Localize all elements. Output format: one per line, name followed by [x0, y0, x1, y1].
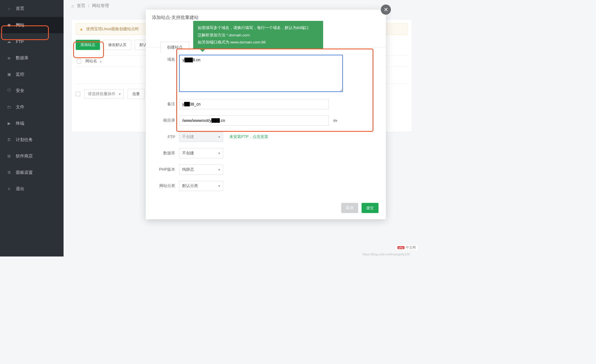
- breadcrumb-current: 网站管理: [92, 3, 109, 8]
- row-category: 网站分类 默认分类 ▼: [157, 181, 375, 191]
- side-label: 计划任务: [16, 137, 33, 142]
- side-item-cron[interactable]: 🗓 计划任务: [0, 131, 64, 148]
- home-icon: ⌂: [6, 6, 12, 11]
- warning-icon: ▲: [79, 27, 83, 31]
- side-label: 监控: [16, 72, 24, 77]
- folder-icon: 🗁: [333, 118, 337, 123]
- modal-content: 域名 备注 根目录 🗁 FTP 不创建: [146, 47, 386, 191]
- database-select[interactable]: 不创建 ▼: [179, 148, 223, 158]
- label-php: PHP版本: [157, 167, 179, 172]
- side-item-terminal[interactable]: ▶ 终端: [0, 115, 64, 131]
- warning-text: 使用宝塔Linux面板创建站点时: [86, 27, 139, 32]
- php-select[interactable]: 纯静态 ▼: [179, 165, 223, 175]
- gear-icon: ⚙: [6, 170, 12, 175]
- side-label: FTP: [16, 39, 24, 44]
- col-label: 网站名: [85, 59, 97, 63]
- tip-line: 如需填写多个域名，请换行填写，每行一个域名，默认为80端口: [198, 24, 319, 32]
- modal-tabs: 创建站点: [160, 42, 189, 53]
- tip-line: 如另加端口格式为 www.domain.com:88: [198, 39, 319, 46]
- side-item-logout[interactable]: ⎋ 退出: [0, 181, 64, 197]
- chevron-down-icon: ▼: [118, 93, 121, 96]
- batch-checkbox[interactable]: [76, 92, 80, 96]
- add-site-modal: ✕ 添加站点-支持批量建站 如需填写多个域名，请换行填写，每行一个域名，默认为8…: [146, 10, 386, 219]
- label-ftp: FTP: [157, 135, 179, 139]
- category-select-value: 默认分类: [182, 183, 198, 188]
- modify-default-button[interactable]: 修改默认页: [103, 40, 131, 50]
- side-label: 文件: [16, 104, 24, 110]
- label-category: 网站分类: [157, 183, 179, 188]
- select-all-checkbox[interactable]: [77, 59, 81, 63]
- batch-button[interactable]: 批量: [128, 89, 145, 99]
- side-item-appstore[interactable]: ⊞ 软件商店: [0, 148, 64, 164]
- browse-folder-button[interactable]: 🗁: [333, 118, 337, 123]
- label-remark: 备注: [157, 102, 179, 107]
- sidebar: ⌂ 首页 ⊕ 网站 ☁ FTP ≣ 数据库 ▣ 监控 ⛉ 安全 🗀 文件 ▶ 终…: [0, 0, 64, 256]
- cancel-button[interactable]: 取消: [341, 203, 358, 213]
- calendar-icon: 🗓: [6, 137, 12, 142]
- php-select-value: 纯静态: [182, 167, 194, 172]
- chevron-down-icon: ▼: [218, 152, 221, 155]
- side-item-security[interactable]: ⛉ 安全: [0, 82, 64, 99]
- root-input[interactable]: [179, 115, 329, 126]
- row-remark: 备注: [157, 99, 375, 109]
- side-label: 软件商店: [16, 154, 33, 159]
- folder-icon: 🗀: [6, 105, 12, 109]
- breadcrumb-home[interactable]: 首页: [77, 3, 85, 8]
- batch-select[interactable]: 请选择批量操作 ▼: [84, 89, 124, 99]
- side-label: 数据库: [16, 55, 29, 61]
- side-item-files[interactable]: 🗀 文件: [0, 99, 64, 115]
- side-label: 退出: [16, 186, 24, 192]
- database-icon: ≣: [6, 56, 12, 60]
- ftp-select-value: 不创建: [182, 134, 194, 139]
- row-domain: 域名: [157, 55, 375, 93]
- side-item-ftp[interactable]: ☁ FTP: [0, 33, 64, 50]
- close-button[interactable]: ✕: [381, 5, 391, 15]
- database-select-value: 不创建: [182, 151, 194, 156]
- side-item-settings[interactable]: ⚙ 面板设置: [0, 164, 64, 181]
- chevron-down-icon: ▼: [218, 135, 221, 139]
- row-database: 数据库 不创建 ▼: [157, 148, 375, 158]
- shield-icon: ⛉: [6, 88, 12, 93]
- side-label: 网站: [16, 23, 24, 28]
- terminal-icon: ▶: [6, 121, 12, 126]
- side-item-database[interactable]: ≣ 数据库: [0, 50, 64, 66]
- home-icon: ⌂: [71, 3, 74, 8]
- cloud-icon: ☁: [6, 39, 12, 44]
- ftp-install-link[interactable]: 未安装FTP，点击安装: [229, 134, 268, 139]
- remark-input[interactable]: [179, 99, 329, 109]
- label-root: 根目录: [157, 118, 179, 123]
- tab-create-site[interactable]: 创建站点: [160, 42, 189, 53]
- apps-icon: ⊞: [6, 154, 12, 158]
- close-icon: ✕: [384, 6, 388, 13]
- domain-tooltip: 如需填写多个域名，请换行填写，每行一个域名，默认为80端口 泛解析添加方法 *.…: [193, 21, 323, 49]
- sort-icon: ▲: [99, 60, 102, 63]
- col-site-name[interactable]: 网站名 ▲: [85, 59, 102, 64]
- category-select[interactable]: 默认分类 ▼: [179, 181, 223, 191]
- side-label: 面板设置: [16, 170, 33, 175]
- side-item-website[interactable]: ⊕ 网站: [0, 17, 64, 33]
- domain-textarea[interactable]: [179, 55, 343, 92]
- modal-footer: 取消 提交: [146, 197, 386, 213]
- row-php: PHP版本 纯静态 ▼: [157, 165, 375, 175]
- side-item-monitor[interactable]: ▣ 监控: [0, 66, 64, 82]
- monitor-icon: ▣: [6, 72, 12, 76]
- add-site-button[interactable]: 添加站点: [76, 40, 100, 50]
- tip-line: 泛解析添加方法 *.domain.com: [198, 32, 319, 39]
- chevron-down-icon: ▼: [218, 185, 221, 188]
- breadcrumb-separator: /: [88, 3, 89, 8]
- chevron-down-icon: ▼: [218, 168, 221, 171]
- row-root: 根目录 🗁: [157, 115, 375, 126]
- side-item-home[interactable]: ⌂ 首页: [0, 0, 64, 17]
- php-badge-text: 中文网: [406, 245, 416, 250]
- watermark-text: https://blog.csdn.net/kuangshp128: [362, 253, 410, 256]
- submit-button[interactable]: 提交: [362, 203, 379, 213]
- side-label: 首页: [16, 6, 24, 11]
- php-badge: php 中文网: [395, 244, 418, 251]
- logout-icon: ⎋: [6, 187, 12, 191]
- php-badge-label: php: [397, 246, 404, 249]
- globe-icon: ⊕: [6, 23, 12, 27]
- label-database: 数据库: [157, 151, 179, 156]
- ftp-select[interactable]: 不创建 ▼: [179, 132, 223, 142]
- label-domain: 域名: [157, 55, 179, 62]
- side-label: 安全: [16, 88, 24, 93]
